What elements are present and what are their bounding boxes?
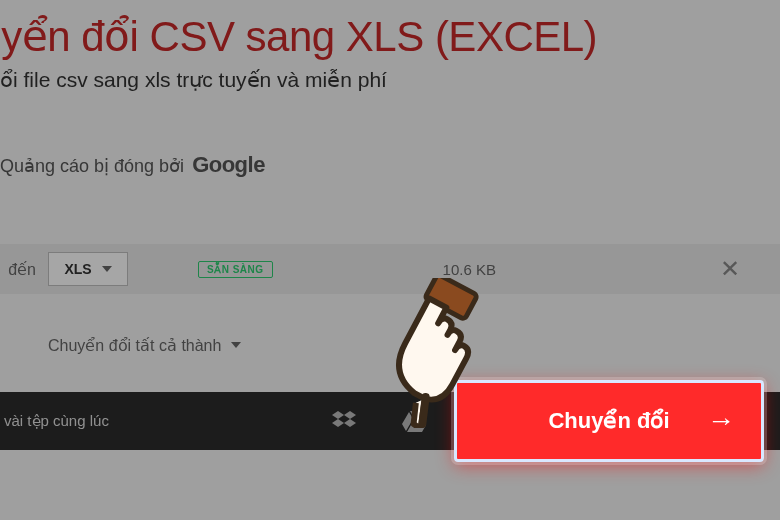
ad-closed-row: Quảng cáo bị đóng bởi Google bbox=[0, 152, 265, 178]
googledrive-button[interactable] bbox=[379, 392, 449, 450]
close-icon[interactable]: ✕ bbox=[720, 257, 740, 281]
app-stage: ıyển đổi CSV sang XLS (EXCEL) ổi file cs… bbox=[0, 0, 780, 520]
status-badge: SẴN SÀNG bbox=[198, 261, 273, 278]
page-title: ıyển đổi CSV sang XLS (EXCEL) bbox=[0, 12, 597, 61]
multi-file-hint: vài tệp cùng lúc bbox=[0, 412, 109, 430]
chevron-down-icon bbox=[102, 266, 112, 272]
dropbox-icon bbox=[332, 409, 356, 433]
arrow-right-icon: → bbox=[707, 405, 735, 437]
convert-all-label: Chuyển đổi tất cả thành bbox=[48, 336, 221, 355]
file-row: đến XLS SẴN SÀNG 10.6 KB ✕ bbox=[0, 244, 780, 294]
googledrive-icon bbox=[402, 409, 426, 433]
convert-all-select[interactable]: Chuyển đổi tất cả thành bbox=[48, 336, 241, 355]
convert-all-row: Chuyển đổi tất cả thành bbox=[0, 320, 780, 370]
page-subtitle: ổi file csv sang xls trực tuyến và miễn … bbox=[0, 68, 387, 92]
google-brand: Google bbox=[192, 152, 265, 178]
dropbox-button[interactable] bbox=[309, 392, 379, 450]
convert-button-label: Chuyển đổi bbox=[548, 408, 669, 434]
ad-closed-text: Quảng cáo bị đóng bởi bbox=[0, 155, 184, 177]
chevron-down-icon bbox=[231, 342, 241, 348]
format-select[interactable]: XLS bbox=[48, 252, 128, 286]
file-size: 10.6 KB bbox=[443, 261, 496, 278]
convert-button[interactable]: Chuyển đổi → bbox=[454, 380, 764, 462]
format-value: XLS bbox=[64, 261, 91, 277]
to-label: đến bbox=[0, 260, 44, 279]
